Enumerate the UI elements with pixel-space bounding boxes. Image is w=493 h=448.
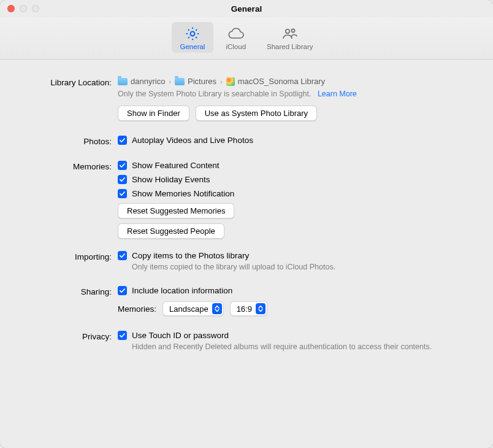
- reset-suggested-people-button[interactable]: Reset Suggested People: [118, 223, 224, 239]
- tab-icloud[interactable]: iCloud: [217, 22, 254, 53]
- updown-arrows-icon: [256, 303, 266, 314]
- importing-label: Importing:: [21, 251, 118, 261]
- path-segment-pictures[interactable]: Pictures: [175, 77, 216, 86]
- folder-icon: [175, 78, 185, 85]
- content: Library Location: dannyrico › Pictures ›…: [0, 60, 493, 369]
- tab-shared-library[interactable]: Shared Library: [258, 22, 321, 53]
- privacy-hint: Hidden and Recently Deleted albums will …: [132, 342, 445, 351]
- path-segment-user[interactable]: dannyrico: [118, 77, 165, 86]
- tab-icloud-label: iCloud: [226, 43, 246, 50]
- gear-icon: [185, 26, 201, 42]
- people-icon: [281, 26, 299, 42]
- importing-hint: Only items copied to the library will up…: [132, 263, 472, 271]
- library-path: dannyrico › Pictures › macOS_Sonoma Libr…: [118, 77, 472, 86]
- include-location-checkbox[interactable]: Include location information: [118, 286, 472, 295]
- aspect-ratio-select[interactable]: 16:9: [230, 301, 267, 316]
- touchid-checkbox[interactable]: Use Touch ID or password: [118, 331, 472, 340]
- copy-items-checkbox[interactable]: Copy items to the Photos library: [118, 251, 472, 260]
- photos-library-icon: [226, 77, 235, 86]
- checkbox-checked-icon: [118, 161, 127, 170]
- svg-point-2: [291, 29, 294, 32]
- show-featured-checkbox[interactable]: Show Featured Content: [118, 161, 472, 170]
- photos-label: Photos:: [21, 136, 118, 146]
- learn-more-link[interactable]: Learn More: [318, 90, 357, 98]
- orientation-select[interactable]: Landscape: [162, 301, 224, 316]
- svg-point-0: [191, 32, 195, 36]
- tab-general-label: General: [180, 43, 205, 50]
- updown-arrows-icon: [212, 303, 222, 314]
- library-location-label: Library Location:: [21, 77, 118, 87]
- show-in-finder-button[interactable]: Show in Finder: [118, 106, 189, 121]
- tab-shared-library-label: Shared Library: [267, 43, 313, 50]
- privacy-label: Privacy:: [21, 331, 118, 341]
- use-as-system-library-button[interactable]: Use as System Photo Library: [196, 106, 317, 121]
- checkbox-checked-icon: [118, 175, 127, 184]
- checkbox-checked-icon: [118, 251, 127, 260]
- autoplay-checkbox[interactable]: Autoplay Videos and Live Photos: [118, 136, 472, 145]
- folder-icon: [118, 78, 128, 85]
- memories-format-label: Memories:: [118, 304, 156, 314]
- toolbar: General iCloud Shared Library: [0, 17, 493, 60]
- path-segment-library[interactable]: macOS_Sonoma Library: [226, 77, 325, 86]
- checkbox-checked-icon: [118, 189, 127, 198]
- window-title: General: [0, 4, 493, 14]
- chevron-right-icon: ›: [220, 78, 223, 85]
- checkbox-checked-icon: [118, 286, 127, 295]
- cloud-icon: [227, 26, 245, 42]
- chevron-right-icon: ›: [169, 78, 171, 85]
- checkbox-checked-icon: [118, 136, 127, 145]
- reset-suggested-memories-button[interactable]: Reset Suggested Memories: [118, 203, 234, 218]
- show-holiday-checkbox[interactable]: Show Holiday Events: [118, 175, 472, 184]
- sharing-label: Sharing:: [21, 286, 118, 296]
- titlebar: General: [0, 0, 493, 17]
- library-hint: Only the System Photo Library is searcha…: [118, 90, 311, 98]
- memories-label: Memories:: [21, 161, 118, 171]
- tab-general[interactable]: General: [172, 22, 214, 53]
- checkbox-checked-icon: [118, 331, 127, 340]
- svg-point-1: [286, 29, 289, 33]
- show-memories-notification-checkbox[interactable]: Show Memories Notification: [118, 189, 472, 198]
